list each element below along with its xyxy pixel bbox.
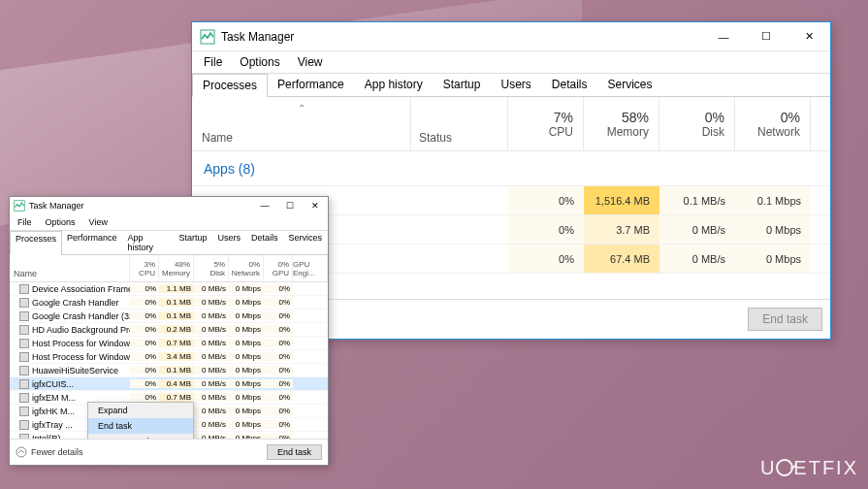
menu-view[interactable]: View <box>294 53 327 71</box>
cell-cpu: 0% <box>130 352 159 361</box>
cell-cpu: 0% <box>508 186 584 214</box>
col-cpu[interactable]: 3%CPU <box>130 255 159 281</box>
tab-users[interactable]: Users <box>491 74 541 96</box>
tab-performance[interactable]: Performance <box>268 74 355 96</box>
tab-app-history[interactable]: App history <box>355 74 434 96</box>
tab-users[interactable]: Users <box>212 231 246 254</box>
cell-disk: 0 MB/s <box>659 244 735 273</box>
close-button[interactable]: ✕ <box>788 22 830 51</box>
col-network[interactable]: 0%Network <box>735 97 811 150</box>
col-name[interactable]: Name <box>10 255 130 281</box>
cell-memory: 0.2 MB <box>159 325 194 334</box>
tab-processes[interactable]: Processes <box>10 231 62 255</box>
cell-memory: 0.1 MB <box>159 298 194 307</box>
col-memory[interactable]: 58%Memory <box>584 97 659 150</box>
end-task-button[interactable]: End task <box>748 308 822 331</box>
table-row[interactable]: Device Association Framework ...0%1.1 MB… <box>10 282 328 296</box>
tabs: Processes Performance App history Startu… <box>192 74 830 97</box>
cell-network: 0 Mbps <box>735 244 811 273</box>
tab-services[interactable]: Services <box>283 231 328 254</box>
titlebar[interactable]: Task Manager — ☐ ✕ <box>192 22 830 51</box>
cell-gpu: 0% <box>264 420 293 429</box>
cell-name: Host Process for Windows Tasks <box>10 352 130 362</box>
task-manager-icon <box>14 200 25 212</box>
cell-disk: 0 MB/s <box>194 407 229 415</box>
col-name[interactable]: ⌃ Name <box>192 97 411 150</box>
window-title: Task Manager <box>221 30 702 44</box>
cell-memory: 3.7 MB <box>584 215 659 244</box>
cell-name: Google Crash Handler (32 bit) <box>10 311 130 321</box>
menu-file[interactable]: File <box>14 215 36 229</box>
cell-status <box>411 186 508 214</box>
cell-name: Host Process for Windows Tasks <box>10 339 130 348</box>
minimize-button[interactable]: — <box>702 22 745 51</box>
table-row[interactable]: Google Crash Handler (32 bit)0%0.1 MB0 M… <box>10 310 328 323</box>
cell-name: igfxCUIS... <box>10 379 130 389</box>
category-apps[interactable]: Apps (8) <box>192 151 830 186</box>
col-gpu[interactable]: 0%GPU <box>264 255 293 281</box>
cell-cpu: 0% <box>130 339 159 347</box>
tab-services[interactable]: Services <box>598 74 663 96</box>
maximize-button[interactable]: ☐ <box>277 197 303 214</box>
table-row[interactable]: Host Process for Windows Tasks0%0.7 MB0 … <box>10 337 328 350</box>
close-button[interactable]: ✕ <box>303 197 328 214</box>
table-row[interactable]: Google Crash Handler0%0.1 MB0 MB/s0 Mbps… <box>10 296 328 310</box>
table-row[interactable]: HuaweiHiSuiteService0%0.1 MB0 MB/s0 Mbps… <box>10 364 328 377</box>
cell-name: Google Crash Handler <box>10 298 130 308</box>
window-controls-small: — ☐ ✕ <box>252 197 328 214</box>
cell-gpu: 0% <box>264 434 293 439</box>
col-network[interactable]: 0%Network <box>229 255 264 281</box>
cell-status <box>411 215 508 244</box>
end-task-button[interactable]: End task <box>267 444 322 460</box>
cell-network: 0.1 Mbps <box>735 186 811 214</box>
titlebar-small[interactable]: Task Manager — ☐ ✕ <box>10 197 328 214</box>
menu-view[interactable]: View <box>85 215 112 229</box>
cell-disk: 0 MB/s <box>194 434 229 439</box>
tab-details[interactable]: Details <box>246 231 284 254</box>
cell-gpu: 0% <box>264 298 293 307</box>
task-manager-window-small: Task Manager — ☐ ✕ File Options View Pro… <box>9 196 329 466</box>
menu-options[interactable]: Options <box>42 215 80 229</box>
col-gpu-engine[interactable]: GPU Engi... <box>293 255 328 281</box>
cell-memory: 3.4 MB <box>159 352 194 361</box>
cell-network: 0 Mbps <box>229 434 264 439</box>
cell-network: 0 Mbps <box>229 311 264 320</box>
tab-processes[interactable]: Processes <box>192 74 268 97</box>
minimize-button[interactable]: — <box>252 197 277 214</box>
context-menu-item[interactable]: Resource values <box>88 434 193 439</box>
col-memory[interactable]: 48%Memory <box>159 255 194 281</box>
tab-startup[interactable]: Startup <box>434 74 492 96</box>
svg-point-2 <box>16 447 26 457</box>
cell-gpu: 0% <box>264 407 293 415</box>
table-row[interactable]: HD Audio Background Process0%0.2 MB0 MB/… <box>10 323 328 337</box>
cell-network: 0 Mbps <box>229 366 264 375</box>
col-status[interactable]: Status <box>411 97 508 150</box>
table-row[interactable]: Host Process for Windows Tasks0%3.4 MB0 … <box>10 350 328 364</box>
cell-network: 0 Mbps <box>229 284 264 293</box>
cell-cpu: 0% <box>130 325 159 334</box>
cell-name: HuaweiHiSuiteService <box>10 366 130 375</box>
cell-gpu: 0% <box>264 379 293 388</box>
magnifier-icon <box>773 456 797 480</box>
process-icon <box>19 407 29 416</box>
tab-app-history[interactable]: App history <box>123 231 175 254</box>
menu-options[interactable]: Options <box>236 53 283 71</box>
tab-performance[interactable]: Performance <box>62 231 123 254</box>
col-disk[interactable]: 0%Disk <box>659 97 735 150</box>
context-menu-item[interactable]: Expand <box>88 403 193 418</box>
process-icon <box>19 366 29 375</box>
cell-disk: 0 MB/s <box>194 339 229 347</box>
col-disk[interactable]: 5%Disk <box>194 255 229 281</box>
menu-file[interactable]: File <box>200 53 226 71</box>
maximize-button[interactable]: ☐ <box>745 22 788 51</box>
cell-gpu: 0% <box>264 325 293 334</box>
fewer-details-button[interactable]: Fewer details <box>16 446 83 458</box>
tab-startup[interactable]: Startup <box>174 231 212 254</box>
context-menu-item[interactable]: End task <box>88 418 193 434</box>
col-cpu[interactable]: 7%CPU <box>508 97 584 150</box>
cell-disk: 0 MB/s <box>194 366 229 375</box>
tab-details[interactable]: Details <box>542 74 598 96</box>
table-row[interactable]: igfxCUIS...0%0.4 MB0 MB/s0 Mbps0% <box>10 377 328 391</box>
footer-small: Fewer details End task <box>10 439 328 465</box>
cell-memory: 1.1 MB <box>159 284 194 293</box>
